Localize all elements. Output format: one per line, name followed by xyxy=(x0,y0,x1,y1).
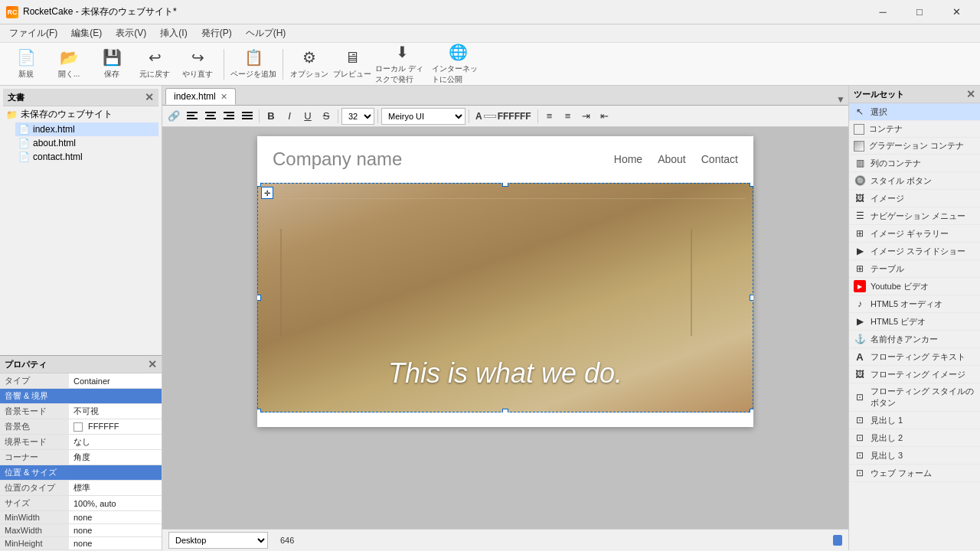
tree-item-contact[interactable]: 📄 contact.html xyxy=(15,150,158,164)
tool-float-style[interactable]: ⊡ フローティング スタイルのボタン xyxy=(849,383,980,412)
tool-style-btn[interactable]: 🔘 スタイル ボタン xyxy=(849,172,980,190)
layout-mode-select[interactable]: Desktop Tablet Mobile xyxy=(168,532,268,549)
menu-help[interactable]: ヘルプ(H) xyxy=(240,25,292,42)
align-justify-button[interactable] xyxy=(239,108,256,125)
form-icon: ⊡ xyxy=(854,467,866,479)
fmt-sep-5 xyxy=(537,109,538,123)
tool-gradient[interactable]: グラデーション コンテナ xyxy=(849,138,980,155)
callout3-icon: ⊡ xyxy=(854,449,866,461)
site-nav: Home About Contact xyxy=(614,153,738,165)
tool-float-image[interactable]: 🖼 フローティング イメージ xyxy=(849,366,980,383)
tree-item-about[interactable]: 📄 about.html xyxy=(15,136,158,150)
color-swatch xyxy=(74,422,83,432)
titlebar-controls: ─ □ ✕ xyxy=(865,0,974,24)
nav-home[interactable]: Home xyxy=(614,153,642,165)
prop-row-type: タイプ Container xyxy=(0,373,162,389)
tool-table[interactable]: ⊞ テーブル xyxy=(849,260,980,278)
file-icon-index: 📄 xyxy=(18,124,30,135)
underline-button[interactable]: U xyxy=(299,108,316,125)
menu-file[interactable]: ファイル(F) xyxy=(3,25,64,42)
tool-youtube[interactable]: ▶ Youtube ビデオ xyxy=(849,278,980,295)
menu-view[interactable]: 表示(V) xyxy=(109,25,152,42)
align-right-button[interactable] xyxy=(220,108,237,125)
preview-icon: 🖥 xyxy=(345,49,360,67)
tab-index[interactable]: index.html ✕ xyxy=(165,88,236,105)
tab-dropdown[interactable]: ▼ xyxy=(836,94,845,105)
open-button[interactable]: 📂 開く... xyxy=(49,46,89,83)
local-publish-button[interactable]: ⬇ ローカル ディスクで発行 xyxy=(375,46,429,83)
tree-item-index[interactable]: 📄 index.html xyxy=(15,122,158,136)
svg-rect-10 xyxy=(242,115,253,116)
toolset-close[interactable]: ✕ xyxy=(966,88,975,100)
tool-callout3[interactable]: ⊡ 見出し 3 xyxy=(849,447,980,465)
new-button[interactable]: 📄 新規 xyxy=(6,46,46,83)
prop-row-minheight: MinHeight none xyxy=(0,537,162,550)
undo-button[interactable]: ↩ 元に戻す xyxy=(135,46,175,83)
tool-float-text[interactable]: A フローティング テキスト xyxy=(849,348,980,366)
bold-button[interactable]: B xyxy=(263,108,279,125)
tool-callout1[interactable]: ⊡ 見出し 1 xyxy=(849,412,980,429)
link-button[interactable]: 🔗 xyxy=(165,108,182,125)
redo-button[interactable]: ↪ やり直す xyxy=(178,46,217,83)
maximize-button[interactable]: □ xyxy=(902,0,937,24)
toolbar-separator-1 xyxy=(224,49,224,80)
tool-column[interactable]: ▥ 列のコンテナ xyxy=(849,155,980,172)
properties-panel: プロパティ ✕ タイプ Container 音響 & 境界 音景モード 不可視 … xyxy=(0,355,162,550)
strikethrough-button[interactable]: S xyxy=(318,108,335,125)
tool-html5-audio[interactable]: ♪ HTML5 オーディオ xyxy=(849,295,980,313)
menu-edit[interactable]: 編集(E) xyxy=(65,25,108,42)
prop-panel-close[interactable]: ✕ xyxy=(148,358,157,370)
undo-icon: ↩ xyxy=(149,48,162,67)
align-center-button[interactable] xyxy=(202,108,219,125)
prop-row-corner: コーナー 角度 xyxy=(0,450,162,465)
prop-row-pos-size: 位置 & サイズ xyxy=(0,465,162,481)
menu-publish[interactable]: 発行(P) xyxy=(195,25,238,42)
tool-select[interactable]: ↖ 選択 xyxy=(849,103,980,121)
tool-form[interactable]: ⊡ ウェブ フォーム xyxy=(849,465,980,482)
tab-close-icon[interactable]: ✕ xyxy=(220,92,227,102)
tool-anchor[interactable]: ⚓ 名前付きアンカー xyxy=(849,331,980,348)
room-line-2 xyxy=(280,229,282,336)
options-button[interactable]: ⚙ オプション xyxy=(289,46,329,83)
add-page-button[interactable]: 📋 ページを追加 xyxy=(230,46,276,83)
font-color-button[interactable]: A FFFFFF xyxy=(472,108,534,125)
tool-image-gallery[interactable]: ⊞ イメージ ギャラリー xyxy=(849,225,980,243)
svg-rect-7 xyxy=(227,115,234,116)
image-icon: 🖼 xyxy=(854,192,866,204)
file-panel-close[interactable]: ✕ xyxy=(145,91,154,103)
outdent-button[interactable]: ⇤ xyxy=(596,108,613,125)
tool-image[interactable]: 🖼 イメージ xyxy=(849,190,980,207)
nav-about[interactable]: About xyxy=(658,153,686,165)
hero-overlay: This is what we do. xyxy=(257,357,753,390)
menu-insert[interactable]: 挿入(I) xyxy=(154,25,193,42)
save-button[interactable]: 💾 保存 xyxy=(92,46,132,83)
add-page-icon: 📋 xyxy=(244,48,263,67)
tool-container[interactable]: コンテナ xyxy=(849,121,980,138)
close-button[interactable]: ✕ xyxy=(939,0,974,24)
list-ordered-button[interactable]: ≡ xyxy=(560,108,577,125)
tool-html5-video[interactable]: ▶ HTML5 ビデオ xyxy=(849,313,980,331)
right-panel: ツールセット ✕ ↖ 選択 コンテナ グラデーション コンテナ ▥ 列のコンテナ… xyxy=(848,86,980,550)
align-left-button[interactable] xyxy=(184,108,201,125)
menubar: ファイル(F) 編集(E) 表示(V) 挿入(I) 発行(P) ヘルプ(H) xyxy=(0,24,980,43)
html5-video-icon: ▶ xyxy=(854,315,866,328)
preview-button[interactable]: 🖥 プレビュー xyxy=(332,46,372,83)
site-logo: Company name xyxy=(273,148,402,170)
file-icon-contact: 📄 xyxy=(18,152,30,162)
nav-contact[interactable]: Contact xyxy=(701,153,738,165)
web-publish-button[interactable]: 🌐 インターネットに公開 xyxy=(432,46,484,83)
list-unordered-button[interactable]: ≡ xyxy=(541,108,558,125)
tool-callout2[interactable]: ⊡ 見出し 2 xyxy=(849,429,980,447)
italic-button[interactable]: I xyxy=(281,108,298,125)
indent-button[interactable]: ⇥ xyxy=(578,108,595,125)
tool-slideshow[interactable]: ▶ イメージ スライドショー xyxy=(849,243,980,260)
select-icon: ↖ xyxy=(854,106,866,118)
hero-area[interactable]: ✛ This is what we do. xyxy=(257,183,753,412)
tool-nav-menu[interactable]: ☰ ナビゲーション メニュー xyxy=(849,207,980,225)
canvas-area[interactable]: Company name Home About Contact xyxy=(162,127,848,550)
font-name-select[interactable]: Meiryo UI ArialGeorgiaTimes New Roman xyxy=(381,108,466,125)
tree-project[interactable]: 📁 未保存のウェブサイト xyxy=(3,106,158,122)
minimize-button[interactable]: ─ xyxy=(865,0,900,24)
font-size-select[interactable]: 32 8101214161824283648 xyxy=(341,108,374,125)
gradient-icon xyxy=(854,141,864,152)
